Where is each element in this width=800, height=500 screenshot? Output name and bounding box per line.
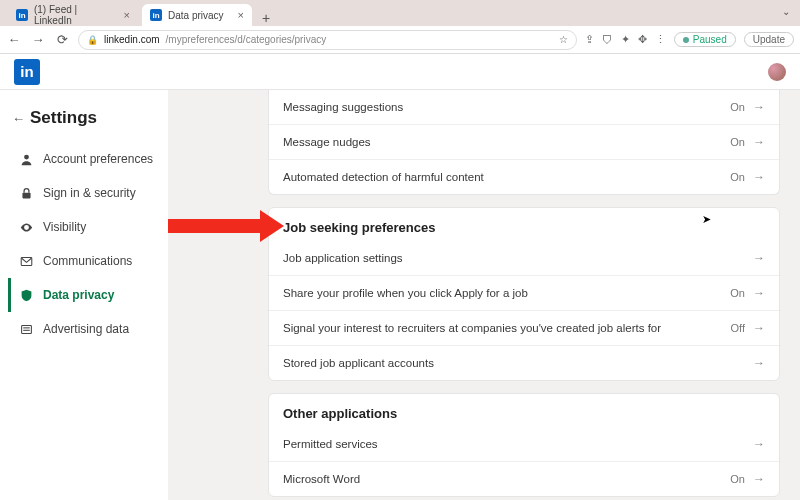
settings-sidebar: ← Settings Account preferences Sign in &… <box>0 90 168 500</box>
status-badge: On <box>730 287 745 299</box>
svg-rect-3 <box>21 325 31 333</box>
row-harmful-content[interactable]: Automated detection of harmful content O… <box>269 159 779 194</box>
status-badge: On <box>730 473 745 485</box>
forward-icon[interactable]: → <box>30 32 46 47</box>
eye-icon <box>19 221 33 234</box>
browser-tab-feed[interactable]: in (1) Feed | LinkedIn × <box>8 4 138 26</box>
row-share-profile-apply[interactable]: Share your profile when you click Apply … <box>269 275 779 310</box>
status-badge: Off <box>731 322 745 334</box>
row-signal-interest[interactable]: Signal your interest to recruiters at co… <box>269 310 779 345</box>
linkedin-logo-icon[interactable]: in <box>14 59 40 85</box>
chevron-right-icon: → <box>753 472 765 486</box>
address-bar[interactable]: 🔒 linkedin.com/mypreferences/d/categorie… <box>78 30 577 50</box>
row-label: Permitted services <box>283 438 378 450</box>
sidebar-item-label: Visibility <box>43 220 86 234</box>
reload-icon[interactable]: ⟳ <box>54 32 70 47</box>
row-label: Job application settings <box>283 252 403 264</box>
card-other-applications: Other applications Permitted services → … <box>268 393 780 497</box>
chevron-down-icon[interactable]: ⌄ <box>782 6 790 17</box>
url-path: /mypreferences/d/categories/privacy <box>166 34 327 45</box>
chevron-right-icon: → <box>753 356 765 370</box>
row-messaging-suggestions[interactable]: Messaging suggestions On → <box>269 90 779 124</box>
row-stored-accounts[interactable]: Stored job applicant accounts → <box>269 345 779 380</box>
browser-toolbar: ← → ⟳ 🔒 linkedin.com/mypreferences/d/cat… <box>0 26 800 54</box>
lock-icon <box>19 187 33 200</box>
chevron-right-icon: → <box>753 321 765 335</box>
status-badge: On <box>730 171 745 183</box>
row-microsoft-word[interactable]: Microsoft Word On → <box>269 461 779 496</box>
row-label: Share your profile when you click Apply … <box>283 287 528 299</box>
back-arrow-icon[interactable]: ← <box>12 111 25 126</box>
linkedin-favicon-icon: in <box>16 9 28 21</box>
avatar[interactable] <box>768 63 786 81</box>
row-label: Message nudges <box>283 136 371 148</box>
puzzle-icon[interactable]: ✥ <box>638 33 647 46</box>
tab-title: Data privacy <box>168 10 224 21</box>
row-label: Microsoft Word <box>283 473 360 485</box>
back-icon[interactable]: ← <box>6 32 22 47</box>
sidebar-item-account[interactable]: Account preferences <box>8 142 168 176</box>
extension-icon[interactable]: ✦ <box>621 33 630 46</box>
sidebar-item-security[interactable]: Sign in & security <box>8 176 168 210</box>
chevron-right-icon: → <box>753 170 765 184</box>
row-message-nudges[interactable]: Message nudges On → <box>269 124 779 159</box>
section-title: Job seeking preferences <box>269 208 779 241</box>
browser-tabstrip: in (1) Feed | LinkedIn × in Data privacy… <box>0 0 800 26</box>
menu-icon[interactable]: ⋮ <box>655 33 666 46</box>
status-badge: On <box>730 136 745 148</box>
sidebar-item-advertising[interactable]: Advertising data <box>8 312 168 346</box>
linkedin-favicon-icon: in <box>150 9 162 21</box>
main-content: Messaging suggestions On → Message nudge… <box>168 90 800 500</box>
row-label: Stored job applicant accounts <box>283 357 434 369</box>
url-host: linkedin.com <box>104 34 160 45</box>
sidebar-item-visibility[interactable]: Visibility <box>8 210 168 244</box>
chevron-right-icon: → <box>753 437 765 451</box>
new-tab-button[interactable]: + <box>256 10 276 26</box>
svg-point-0 <box>24 154 29 159</box>
row-permitted-services[interactable]: Permitted services → <box>269 427 779 461</box>
sidebar-item-label: Data privacy <box>43 288 114 302</box>
chevron-right-icon: → <box>753 135 765 149</box>
sidebar-item-label: Communications <box>43 254 132 268</box>
close-icon[interactable]: × <box>238 9 244 21</box>
browser-tab-privacy[interactable]: in Data privacy × <box>142 4 252 26</box>
sidebar-item-privacy[interactable]: Data privacy <box>8 278 168 312</box>
share-icon[interactable]: ⇪ <box>585 33 594 46</box>
linkedin-header: in <box>0 54 800 90</box>
sidebar-item-label: Sign in & security <box>43 186 136 200</box>
svg-rect-1 <box>22 192 30 198</box>
chevron-right-icon: → <box>753 251 765 265</box>
newspaper-icon <box>19 323 33 336</box>
profile-paused-pill[interactable]: Paused <box>674 32 736 47</box>
chevron-right-icon: → <box>753 286 765 300</box>
status-badge: On <box>730 101 745 113</box>
star-icon[interactable]: ☆ <box>559 34 568 45</box>
tab-title: (1) Feed | LinkedIn <box>34 4 118 26</box>
row-label: Signal your interest to recruiters at co… <box>283 322 661 334</box>
page-title: ← Settings <box>8 104 168 142</box>
section-title: Other applications <box>269 394 779 427</box>
card-job-seeking: Job seeking preferences Job application … <box>268 207 780 381</box>
sidebar-item-label: Advertising data <box>43 322 129 336</box>
sidebar-item-label: Account preferences <box>43 152 153 166</box>
extensions-area: ⇪ ⛉ ✦ ✥ ⋮ Paused Update <box>585 32 794 47</box>
row-label: Messaging suggestions <box>283 101 403 113</box>
annotation-arrow-icon <box>168 210 284 242</box>
close-icon[interactable]: × <box>124 9 130 21</box>
row-job-application-settings[interactable]: Job application settings → <box>269 241 779 275</box>
sidebar-item-communications[interactable]: Communications <box>8 244 168 278</box>
row-label: Automated detection of harmful content <box>283 171 484 183</box>
mail-icon <box>19 255 33 268</box>
chevron-right-icon: → <box>753 100 765 114</box>
update-button[interactable]: Update <box>744 32 794 47</box>
lock-icon: 🔒 <box>87 35 98 45</box>
person-icon <box>19 153 33 166</box>
shield-icon[interactable]: ⛉ <box>602 34 613 46</box>
card-messaging: Messaging suggestions On → Message nudge… <box>268 90 780 195</box>
shield-icon <box>19 289 33 302</box>
